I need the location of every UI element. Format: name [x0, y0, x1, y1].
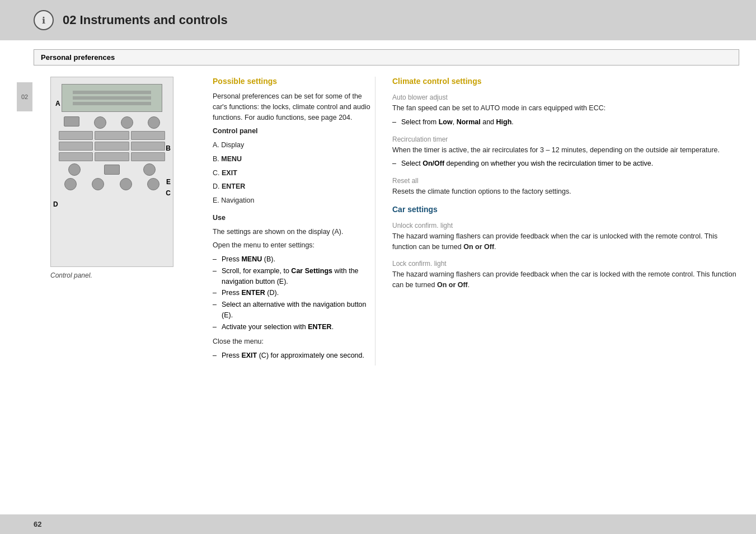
cp-btn-round: [147, 178, 159, 190]
use-text: The settings are shown on the display (A…: [213, 227, 375, 237]
item-b: B. MENU: [213, 154, 375, 165]
cp-numpad-btn: [59, 142, 93, 151]
cp-numpad-btn: [95, 131, 129, 140]
right-column: Climate control settings Auto blower adj…: [375, 77, 739, 366]
cp-bottom-row: [57, 163, 167, 176]
cp-row-last: [57, 178, 167, 190]
label-a: A: [55, 100, 60, 107]
cp-numpad-btn: [131, 131, 165, 140]
cp-numpad-btn: [95, 152, 129, 161]
climate-heading: Climate control settings: [392, 77, 739, 86]
cp-btn-round: [92, 178, 104, 190]
label-d: D: [53, 200, 58, 208]
cp-numpad-btn: [59, 131, 93, 140]
left-column: 02: [34, 77, 196, 366]
chapter-icon: ℹ: [34, 10, 54, 30]
unlock-text: The hazard warning flashers can provide …: [392, 231, 739, 252]
cp-btn-round: [143, 163, 156, 176]
possible-settings-heading: Possible settings: [213, 77, 375, 86]
auto-blower-text: The fan speed can be set to AUTO mode in…: [392, 103, 739, 114]
auto-blower-steps: Select from Low, Normal and High.: [392, 117, 739, 128]
footer: 62: [0, 514, 756, 534]
steps-list: Press MENU (B). Scroll, for example, to …: [213, 254, 375, 332]
cp-numpad-btn: [131, 142, 165, 151]
info-icon: ℹ: [42, 15, 45, 26]
label-e: E: [166, 178, 171, 186]
recirc-text: When the timer is active, the air recirc…: [392, 145, 739, 156]
control-panel-label: Control panel: [213, 126, 375, 137]
step-4: Select an alternative with the navigatio…: [213, 299, 375, 321]
auto-blower-step: Select from Low, Normal and High.: [392, 117, 739, 128]
step-5: Activate your selection with ENTER.: [213, 322, 375, 332]
cp-numpad: [59, 131, 165, 161]
main-content: 02: [34, 77, 739, 366]
cp-btn-round: [121, 116, 133, 129]
section-title-bar: Personal preferences: [34, 49, 739, 65]
item-c: C. EXIT: [213, 168, 375, 179]
possible-settings-intro: Personal preferences can be set for some…: [213, 91, 375, 123]
lock-text: The hazard warning flashers can provide …: [392, 269, 739, 291]
control-panel-image: A B E C D: [50, 77, 173, 267]
cp-btn-round: [64, 178, 77, 190]
label-c: C: [166, 189, 171, 197]
cp-btn-round: [148, 116, 160, 129]
recirc-steps: Select On/Off depending on whether you w…: [392, 158, 739, 169]
cp-numpad-btn: [59, 152, 93, 161]
step-2: Scroll, for example, to Car Settings wit…: [213, 266, 375, 287]
cp-line: [73, 102, 151, 105]
step-3: Press ENTER (D).: [213, 288, 375, 298]
image-caption: Control panel.: [50, 271, 196, 279]
close-steps-list: Press EXIT (C) for approximately one sec…: [213, 350, 375, 361]
header-bar: ℹ 02 Instruments and controls: [0, 0, 756, 40]
reset-subheading: Reset all: [392, 177, 739, 185]
page-number: 62: [34, 520, 41, 528]
page-title: 02 Instruments and controls: [63, 13, 228, 27]
recirc-subheading: Recirculation timer: [392, 135, 739, 143]
open-menu-text: Open the menu to enter settings:: [213, 240, 375, 251]
cp-btn-round: [94, 116, 106, 129]
use-heading: Use: [213, 213, 375, 223]
cp-screen-lines: [73, 91, 151, 105]
cp-line: [73, 91, 151, 94]
lock-subheading: Lock confirm. light: [392, 260, 739, 268]
step-1: Press MENU (B).: [213, 254, 375, 265]
auto-blower-subheading: Auto blower adjust: [392, 93, 739, 101]
cp-line: [73, 96, 151, 100]
section-title: Personal preferences: [41, 53, 115, 62]
item-a: A. Display: [213, 140, 375, 151]
unlock-subheading: Unlock confirm. light: [392, 222, 739, 229]
cp-screen: [62, 84, 162, 112]
reset-text: Resets the climate function options to t…: [392, 186, 739, 197]
cp-btn-round: [68, 163, 81, 176]
close-step-1: Press EXIT (C) for approximately one sec…: [213, 350, 375, 361]
label-b: B: [166, 144, 171, 152]
cp-numpad-btn: [95, 142, 129, 151]
cp-row-1: [57, 116, 167, 129]
page-number-tab: 02: [17, 82, 32, 111]
item-d: D. ENTER: [213, 181, 375, 192]
close-menu-text: Close the menu:: [213, 336, 375, 347]
cp-numpad-btn: [131, 152, 165, 161]
cp-btn: [64, 116, 79, 127]
item-e: E. Navigation: [213, 195, 375, 206]
cp-btn-round: [120, 178, 132, 190]
control-panel-bold: Control panel: [213, 127, 258, 135]
cp-btn: [104, 165, 120, 175]
recirc-step: Select On/Off depending on whether you w…: [392, 158, 739, 169]
middle-column: Possible settings Personal preferences c…: [196, 77, 375, 366]
car-settings-heading: Car settings: [392, 205, 739, 214]
